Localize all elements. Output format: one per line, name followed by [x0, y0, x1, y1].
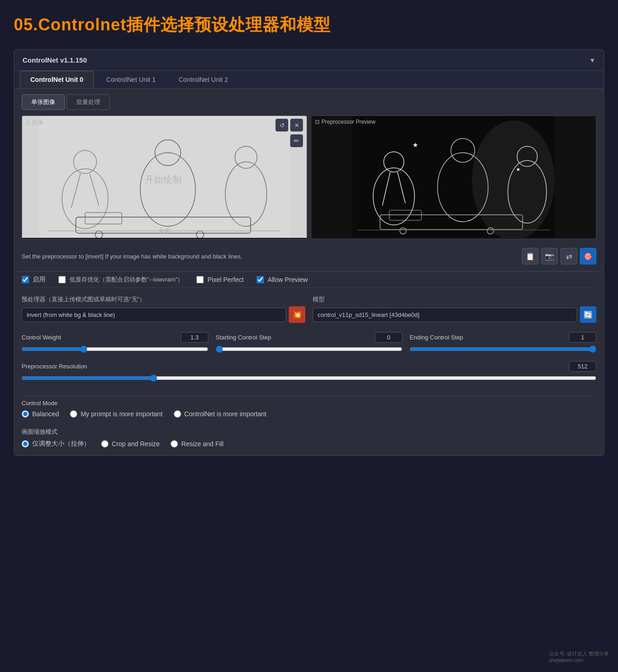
- chevron-down-icon[interactable]: ▼: [589, 57, 595, 64]
- radio-prompt-label: My prompt is more important: [80, 410, 162, 418]
- right-image-content: ★ ★: [311, 116, 596, 238]
- preprocessor-label: 预处理器（直接上传模式图或草稿时可选"无"）: [22, 295, 305, 304]
- image-area: ⊡ 图像 ↺ ✕ ✏: [14, 110, 604, 245]
- low-vram-checkbox[interactable]: [58, 276, 66, 283]
- ending-step-label: Ending Control Step: [410, 334, 463, 341]
- ending-step-group: Ending Control Step: [410, 332, 596, 353]
- radio-crop-input[interactable]: [101, 440, 109, 448]
- radio-fill-input[interactable]: [171, 440, 178, 448]
- model-group: 模型 control_v11p_sd15_lineart [43d4be0d] …: [313, 295, 596, 323]
- info-row: Set the preprocessor to [invert] If your…: [14, 245, 604, 271]
- enable-checkbox-item[interactable]: 启用: [22, 276, 46, 284]
- model-refresh-button[interactable]: 🔄: [580, 306, 596, 323]
- control-mode-label: Control Mode: [22, 400, 596, 407]
- preprocessor-select[interactable]: invert (from white bg & black line): [22, 308, 286, 322]
- model-row: 预处理器（直接上传模式图或草稿时可选"无"） invert (from whit…: [14, 288, 604, 327]
- right-image-panel: ⊡ Preprocessor Preview: [311, 115, 596, 240]
- radio-controlnet-important[interactable]: ControlNet is more important: [174, 410, 267, 418]
- radio-prompt-input[interactable]: [70, 410, 77, 418]
- resolution-value[interactable]: [569, 361, 596, 372]
- pixel-perfect-checkbox[interactable]: [196, 276, 204, 283]
- camera-button[interactable]: 📷: [541, 248, 558, 264]
- svg-text:★: ★: [516, 167, 521, 172]
- preprocessor-select-row: invert (from white bg & black line) 💥: [22, 306, 305, 323]
- fire-button[interactable]: 💥: [289, 306, 305, 323]
- pixel-perfect-label: Pixel Perfect: [207, 276, 244, 283]
- control-weight-label: Control Weight: [22, 334, 61, 341]
- starting-step-label: Starting Control Step: [216, 334, 271, 341]
- resolution-slider[interactable]: [22, 374, 596, 382]
- paste-button[interactable]: 📋: [522, 248, 538, 264]
- radio-controlnet-input[interactable]: [174, 410, 181, 418]
- control-mode-radio-group: Balanced My prompt is more important Con…: [22, 410, 596, 418]
- preview-icon: ⊡: [315, 119, 320, 125]
- action-buttons: 📋 📷 ⇄ 🎯: [522, 248, 596, 264]
- left-image-label: ⊡ 图像: [26, 119, 43, 126]
- starting-step-value[interactable]: [375, 332, 402, 343]
- rotate-button[interactable]: ↺: [275, 119, 288, 132]
- radio-balanced-input[interactable]: [22, 410, 29, 418]
- image-icon: ⊡: [26, 120, 30, 126]
- svg-text:★: ★: [412, 141, 418, 149]
- left-image-content: 开始绘制: [22, 116, 307, 238]
- allow-preview-label: Allow Preview: [268, 276, 308, 283]
- radio-controlnet-label: ControlNet is more important: [184, 410, 267, 418]
- allow-preview-checkbox-item[interactable]: Allow Preview: [257, 276, 308, 283]
- enable-label: 启用: [33, 276, 46, 284]
- tab-single-image[interactable]: 单张图像: [22, 94, 65, 110]
- sliders-section: Control Weight Starting Control Step End…: [14, 327, 604, 396]
- control-mode-section: Control Mode Balanced My prompt is more …: [14, 396, 604, 423]
- left-image-controls: ↺ ✕: [275, 119, 303, 132]
- close-left-button[interactable]: ✕: [290, 119, 303, 132]
- enable-checkbox[interactable]: [22, 276, 29, 283]
- model-select-row: control_v11p_sd15_lineart [43d4be0d] 🔄: [313, 306, 596, 323]
- radio-balanced[interactable]: Balanced: [22, 410, 59, 418]
- tab-controlnet-unit-1[interactable]: ControlNet Unit 1: [96, 71, 166, 88]
- svg-point-16: [472, 121, 555, 238]
- controlnet-panel: ControlNet v1.1.150 ▼ ControlNet Unit 0 …: [14, 49, 604, 456]
- unit-tabs: ControlNet Unit 0 ControlNet Unit 1 Cont…: [14, 71, 604, 89]
- watermark: 公众号: 设计达人 整理分享shejidaren.com: [549, 650, 609, 663]
- close-center-button[interactable]: 关闭: [159, 227, 171, 235]
- preprocessor-group: 预处理器（直接上传模式图或草稿时可选"无"） invert (from whit…: [22, 295, 305, 323]
- radio-stretch-label: 仅调整大小（拉伸）: [32, 440, 90, 448]
- model-select[interactable]: control_v11p_sd15_lineart [43d4be0d]: [313, 308, 577, 322]
- resolution-label: Preprocessor Resolution: [22, 363, 87, 370]
- left-image-panel[interactable]: ⊡ 图像 ↺ ✕ ✏: [22, 115, 307, 240]
- panel-header[interactable]: ControlNet v1.1.150 ▼: [14, 50, 604, 71]
- radio-crop-label: Crop and Resize: [112, 440, 160, 448]
- swap-button[interactable]: ⇄: [561, 248, 577, 264]
- tab-controlnet-unit-0[interactable]: ControlNet Unit 0: [20, 71, 94, 88]
- radio-prompt-important[interactable]: My prompt is more important: [70, 410, 162, 418]
- radio-resize-fill[interactable]: Resize and Fill: [171, 440, 223, 448]
- slider-row-1: Control Weight Starting Control Step End…: [22, 332, 596, 353]
- tab-batch-process[interactable]: 批量处理: [67, 94, 110, 110]
- control-weight-value[interactable]: [181, 332, 208, 343]
- info-text: Set the preprocessor to [invert] If your…: [22, 253, 518, 260]
- panel-title: ControlNet v1.1.150: [23, 56, 87, 64]
- low-vram-checkbox-item[interactable]: 低显存优化（需配合启动参数"--lowvram"）: [58, 276, 183, 284]
- resize-section: 画面缩放模式 仅调整大小（拉伸） Crop and Resize Resize …: [14, 423, 604, 455]
- model-label: 模型: [313, 295, 596, 304]
- radio-fill-label: Resize and Fill: [181, 440, 223, 448]
- radio-stretch[interactable]: 仅调整大小（拉伸）: [22, 440, 90, 448]
- radio-stretch-input[interactable]: [22, 440, 29, 448]
- radio-balanced-label: Balanced: [32, 410, 59, 418]
- resolution-row: Preprocessor Resolution: [22, 361, 596, 384]
- radio-crop-resize[interactable]: Crop and Resize: [101, 440, 160, 448]
- tab-controlnet-unit-2[interactable]: ControlNet Unit 2: [168, 71, 239, 88]
- starting-step-slider[interactable]: [216, 345, 402, 353]
- ending-step-value[interactable]: [569, 332, 596, 343]
- pixel-perfect-checkbox-item[interactable]: Pixel Perfect: [196, 276, 244, 283]
- page-title: 05.Controlnet插件选择预设处理器和模型: [14, 14, 604, 36]
- sub-tabs: 单张图像 批量处理: [14, 89, 604, 110]
- control-weight-slider[interactable]: [22, 345, 208, 353]
- checkbox-row: 启用 低显存优化（需配合启动参数"--lowvram"） Pixel Perfe…: [14, 271, 604, 287]
- generate-button[interactable]: 🎯: [580, 248, 596, 264]
- allow-preview-checkbox[interactable]: [257, 276, 264, 283]
- right-image-label: ⊡ Preprocessor Preview: [315, 119, 375, 125]
- control-weight-group: Control Weight: [22, 332, 208, 353]
- sketch-button[interactable]: ✏: [290, 134, 303, 147]
- ending-step-slider[interactable]: [410, 345, 596, 353]
- svg-text:开始绘制: 开始绘制: [145, 174, 182, 184]
